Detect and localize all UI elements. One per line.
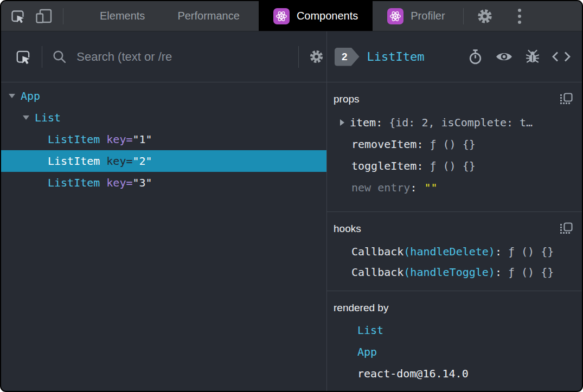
owner-row-app[interactable]: App xyxy=(334,341,574,363)
log-to-console-button[interactable] xyxy=(521,46,544,68)
hook-fn-name: (handleDelete) xyxy=(403,245,495,258)
eye-icon xyxy=(496,51,512,62)
hooks-title: hooks xyxy=(334,223,361,235)
equals-sign: = xyxy=(126,133,132,146)
react-icon xyxy=(273,8,290,24)
toolbar-divider xyxy=(63,8,63,24)
new-entry-row[interactable]: new entry: "" xyxy=(334,177,574,198)
key-attribute: key xyxy=(106,133,126,146)
devtools-window: Elements Performance Components xyxy=(0,0,583,392)
gear-icon xyxy=(308,48,325,65)
owner-row-react-dom: react-dom@16.14.0 xyxy=(334,363,574,384)
hook-fn-name: (handleToggle) xyxy=(403,266,495,279)
hook-value: ƒ () {} xyxy=(508,245,554,258)
colon: : xyxy=(495,245,502,258)
component-name: App xyxy=(21,89,40,102)
tab-components[interactable]: Components xyxy=(259,1,373,31)
colon: : xyxy=(417,159,423,172)
prop-row-item[interactable]: item: {id: 2, isComplete: t… xyxy=(334,112,574,133)
tree-pane: App List ListItemkey="1" ListItemkey="2"… xyxy=(1,31,327,392)
tree-row-listitem-2-selected[interactable]: ListItemkey="2" xyxy=(1,150,326,172)
prop-name: removeItem xyxy=(351,138,417,151)
tree-row-list[interactable]: List xyxy=(1,107,326,128)
inspect-cursor-icon xyxy=(15,48,32,66)
tree-row-listitem-1[interactable]: ListItemkey="1" xyxy=(1,128,326,150)
colon: : xyxy=(376,116,382,129)
tree-toolbar xyxy=(1,31,326,82)
rendered-by-title: rendered by xyxy=(334,302,388,314)
update-count-badge: 2 xyxy=(335,48,360,66)
inspector-actions xyxy=(463,46,573,68)
gear-icon xyxy=(476,7,494,25)
owner-link[interactable]: List xyxy=(357,324,383,337)
suspend-toggle-button[interactable] xyxy=(463,46,487,68)
prop-value: {id: 2, isComplete: t… xyxy=(389,116,533,129)
code-icon xyxy=(552,51,571,62)
collapse-arrow-icon[interactable] xyxy=(23,115,29,120)
inspect-dom-button[interactable] xyxy=(492,46,516,68)
key-value: "1" xyxy=(133,133,152,146)
component-name: List xyxy=(35,111,61,124)
key-value: "2" xyxy=(133,155,152,168)
selected-component-name: ListItem xyxy=(367,50,425,63)
search-box xyxy=(52,49,238,65)
tab-label: Components xyxy=(297,10,358,22)
colon: : xyxy=(417,138,423,151)
hooks-section: hooks Callb xyxy=(327,212,582,291)
rendered-by-section: rendered by List App react-dom@16.14.0 xyxy=(327,291,582,392)
inspector-pane: 2 ListItem xyxy=(327,31,582,392)
colon: : xyxy=(410,181,417,194)
tab-label: Profiler xyxy=(411,10,445,22)
inspector-header: 2 ListItem xyxy=(327,31,582,82)
kebab-menu-icon xyxy=(518,9,521,24)
tree-settings-button[interactable] xyxy=(306,46,326,68)
copy-icon xyxy=(560,93,573,106)
tab-performance[interactable]: Performance xyxy=(163,1,254,31)
component-name: ListItem xyxy=(48,133,100,146)
prop-value: ƒ () {} xyxy=(430,138,475,151)
tab-profiler[interactable]: Profiler xyxy=(373,1,459,31)
hook-row-handledelete: Callback(handleDelete): ƒ () {} xyxy=(334,241,574,262)
view-source-button[interactable] xyxy=(549,46,573,68)
copy-hooks-button[interactable] xyxy=(558,221,574,236)
equals-sign: = xyxy=(126,176,132,189)
component-tree: App List ListItemkey="1" ListItemkey="2"… xyxy=(1,82,326,194)
collapse-arrow-icon[interactable] xyxy=(9,94,15,98)
equals-sign: = xyxy=(126,155,132,168)
devtools-menu-button[interactable] xyxy=(509,5,530,27)
component-name: ListItem xyxy=(48,155,100,168)
owner-row-list[interactable]: List xyxy=(334,319,574,341)
search-input[interactable] xyxy=(75,49,238,65)
inspect-element-button[interactable] xyxy=(8,5,28,27)
copy-icon xyxy=(560,222,573,235)
bug-icon xyxy=(526,49,540,65)
tab-label: Performance xyxy=(177,10,240,22)
prop-row-toggleitem[interactable]: toggleItem: ƒ () {} xyxy=(334,155,574,177)
key-value: "3" xyxy=(133,176,152,189)
device-toolbar-button[interactable] xyxy=(34,5,54,27)
toolbar-divider xyxy=(42,46,42,68)
prop-row-removeitem[interactable]: removeItem: ƒ () {} xyxy=(334,133,574,155)
inspect-cursor-icon xyxy=(10,8,26,24)
device-toolbar-icon xyxy=(35,8,53,24)
new-entry-label: new entry xyxy=(351,181,410,194)
hook-name: Callback xyxy=(351,266,403,279)
devtools-settings-button[interactable] xyxy=(475,5,495,27)
tab-label: Elements xyxy=(100,10,145,22)
expand-arrow-icon[interactable] xyxy=(340,119,344,126)
tab-elements[interactable]: Elements xyxy=(85,1,159,31)
copy-props-button[interactable] xyxy=(558,92,574,107)
key-attribute: key xyxy=(106,155,126,168)
props-title: props xyxy=(334,93,360,105)
search-icon xyxy=(52,49,67,64)
tree-row-listitem-3[interactable]: ListItemkey="3" xyxy=(1,172,326,194)
key-attribute: key xyxy=(106,176,126,189)
hook-value: ƒ () {} xyxy=(508,266,554,279)
owner-link[interactable]: App xyxy=(357,345,377,358)
prop-name: toggleItem xyxy=(351,159,417,172)
new-entry-value[interactable]: "" xyxy=(424,181,437,194)
tree-row-app[interactable]: App xyxy=(1,85,326,107)
react-icon xyxy=(387,8,403,24)
select-element-button[interactable] xyxy=(13,46,33,68)
toolbar-divider xyxy=(463,8,464,24)
